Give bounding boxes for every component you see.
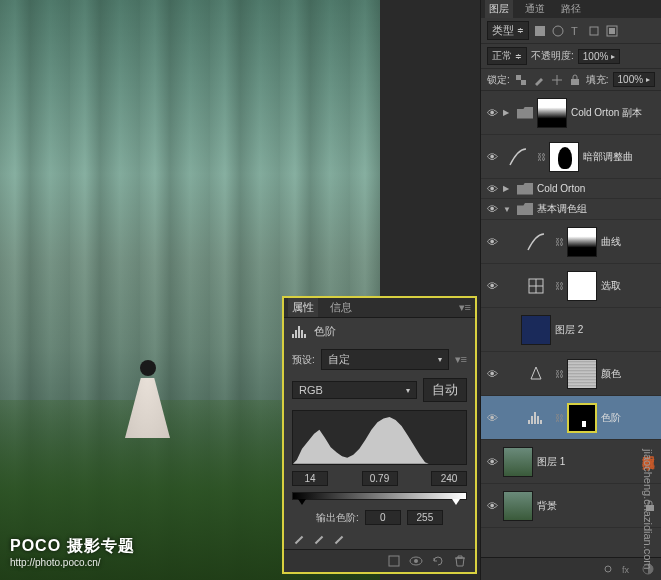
layer-row[interactable]: 👁 ⛓ 色阶 <box>481 396 661 440</box>
mask-thumbnail[interactable] <box>567 403 597 433</box>
filter-pixel-icon[interactable] <box>533 24 547 38</box>
preset-value: 自定 <box>328 352 350 367</box>
panel-menu-icon[interactable]: ▾≡ <box>459 301 471 314</box>
layer-row[interactable]: 图层 2 <box>481 308 661 352</box>
histogram[interactable] <box>292 410 467 465</box>
link-icon[interactable]: ⛓ <box>555 413 563 423</box>
eyedropper-white-icon[interactable] <box>332 533 346 547</box>
auto-button[interactable]: 自动 <box>423 378 467 402</box>
fill-input[interactable]: 100% ▸ <box>613 72 656 87</box>
expand-icon[interactable]: ▼ <box>503 205 513 214</box>
link-icon[interactable]: ⛓ <box>537 152 545 162</box>
layer-row[interactable]: 👁 ▼ 基本调色组 <box>481 199 661 220</box>
lock-paint-icon[interactable] <box>532 73 546 87</box>
link-icon[interactable]: ⛓ <box>555 281 563 291</box>
visibility-toggle[interactable]: 👁 <box>485 456 499 468</box>
filter-text-icon[interactable]: T <box>569 24 583 38</box>
eyedropper-black-icon[interactable] <box>292 533 306 547</box>
fx-icon[interactable]: fx <box>621 562 635 576</box>
eye-icon[interactable] <box>409 554 423 568</box>
svg-text:fx: fx <box>622 565 630 575</box>
slider-white-icon[interactable] <box>452 499 460 505</box>
preset-dropdown[interactable]: 自定 ▾ <box>321 349 449 370</box>
visibility-toggle[interactable]: 👁 <box>485 107 499 119</box>
input-white[interactable] <box>431 471 467 486</box>
visibility-toggle[interactable]: 👁 <box>485 236 499 248</box>
layer-name: 暗部调整曲 <box>583 150 633 164</box>
layer-row[interactable]: 👁 ▶ Cold Orton 副本 <box>481 91 661 135</box>
tab-properties[interactable]: 属性 <box>288 298 318 317</box>
layers-list[interactable]: 👁 ▶ Cold Orton 副本 👁 ⛓ 暗部调整曲 👁 ▶ Cold Ort… <box>481 91 661 557</box>
filter-smart-icon[interactable] <box>605 24 619 38</box>
folder-icon <box>517 203 533 215</box>
visibility-toggle[interactable]: 👁 <box>485 280 499 292</box>
output-white[interactable] <box>407 510 443 525</box>
visibility-toggle[interactable]: 👁 <box>485 368 499 380</box>
layer-row[interactable]: 👁 图层 1 <box>481 440 661 484</box>
opacity-input[interactable]: 100% ▸ <box>578 49 621 64</box>
expand-icon[interactable]: ▶ <box>503 108 513 117</box>
color-balance-icon <box>521 359 551 389</box>
tab-channels[interactable]: 通道 <box>521 0 549 18</box>
reset-icon[interactable] <box>431 554 445 568</box>
chevron-down-icon: ▾ <box>406 386 410 395</box>
fill-label: 填充: <box>586 73 609 87</box>
properties-panel: 属性 信息 ▾≡ 色阶 预设: 自定 ▾ ▾≡ RGB ▾ 自动 <box>282 296 477 574</box>
output-black[interactable] <box>365 510 401 525</box>
layer-row[interactable]: 👁 ⛓ 颜色 <box>481 352 661 396</box>
layers-panel: 图层 通道 路径 类型 ≑ T 正常 ≑ 不透明度: 100% ▸ 锁定: 填充… <box>480 0 661 580</box>
blend-mode-dropdown[interactable]: 正常 ≑ <box>487 47 527 65</box>
trash-icon[interactable] <box>453 554 467 568</box>
mask-thumbnail[interactable] <box>567 227 597 257</box>
tab-paths[interactable]: 路径 <box>557 0 585 18</box>
filter-shape-icon[interactable] <box>587 24 601 38</box>
channel-dropdown[interactable]: RGB ▾ <box>292 381 417 399</box>
mask-thumbnail[interactable] <box>549 142 579 172</box>
input-black[interactable] <box>292 471 328 486</box>
visibility-toggle[interactable]: 👁 <box>485 151 499 163</box>
mask-thumbnail[interactable] <box>567 359 597 389</box>
layer-thumbnail[interactable] <box>503 447 533 477</box>
tab-layers[interactable]: 图层 <box>485 0 513 18</box>
layer-row[interactable]: 👁 ⛓ 曲线 <box>481 220 661 264</box>
lock-move-icon[interactable] <box>550 73 564 87</box>
site-url: jiaocheng.chazidian.com <box>642 450 654 570</box>
input-gamma[interactable] <box>362 471 398 486</box>
image-figure <box>125 360 170 450</box>
slider-black-icon[interactable] <box>298 499 306 505</box>
visibility-toggle[interactable]: 👁 <box>485 412 499 424</box>
output-gradient[interactable] <box>292 492 467 500</box>
lock-all-icon[interactable] <box>568 73 582 87</box>
adjustment-header: 色阶 <box>284 318 475 345</box>
layer-row[interactable]: 👁 背景 <box>481 484 661 528</box>
filter-kind-dropdown[interactable]: 类型 ≑ <box>487 21 529 40</box>
layer-thumbnail[interactable] <box>503 491 533 521</box>
link-icon[interactable]: ⛓ <box>555 369 563 379</box>
visibility-toggle[interactable]: 👁 <box>485 183 499 195</box>
link-icon[interactable]: ⛓ <box>555 237 563 247</box>
layer-row[interactable]: 👁 ⛓ 暗部调整曲 <box>481 135 661 179</box>
layer-row[interactable]: 👁 ⛓ 选取 <box>481 264 661 308</box>
mask-thumbnail[interactable] <box>537 98 567 128</box>
eyedropper-gray-icon[interactable] <box>312 533 326 547</box>
lock-transparent-icon[interactable] <box>514 73 528 87</box>
clip-icon[interactable] <box>387 554 401 568</box>
svg-rect-10 <box>521 80 526 85</box>
filter-adjust-icon[interactable] <box>551 24 565 38</box>
link-icon[interactable] <box>601 562 615 576</box>
chevron-down-icon: ▾ <box>438 355 442 364</box>
layer-name: 图层 1 <box>537 455 565 469</box>
svg-rect-8 <box>609 28 615 34</box>
tab-info[interactable]: 信息 <box>326 298 356 317</box>
expand-icon[interactable]: ▶ <box>503 184 513 193</box>
preset-menu-icon[interactable]: ▾≡ <box>455 353 467 366</box>
visibility-toggle[interactable]: 👁 <box>485 500 499 512</box>
svg-text:T: T <box>571 25 578 37</box>
mask-thumbnail[interactable] <box>567 271 597 301</box>
layer-row[interactable]: 👁 ▶ Cold Orton <box>481 179 661 199</box>
visibility-toggle[interactable]: 👁 <box>485 203 499 215</box>
layer-name: Cold Orton 副本 <box>571 106 642 120</box>
levels-icon <box>292 326 308 338</box>
layer-thumbnail[interactable] <box>521 315 551 345</box>
watermark: POCO 摄影专题 http://photo.poco.cn/ <box>10 536 135 568</box>
